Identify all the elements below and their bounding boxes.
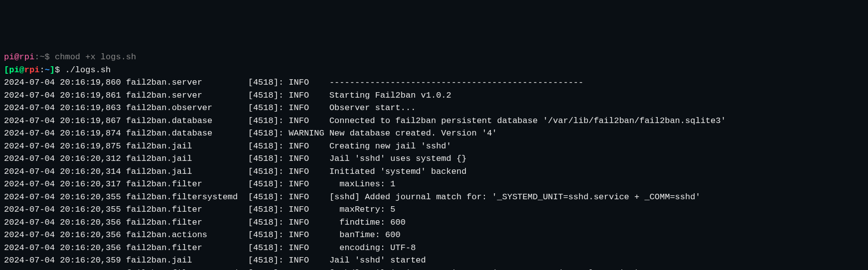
log-output-line: 2024-07-04 20:16:19,874 fail2ban.databas… — [4, 127, 864, 140]
log-output-line: 2024-07-04 20:16:19,863 fail2ban.observe… — [4, 102, 864, 115]
log-output-line: 2024-07-04 20:16:19,861 fail2ban.server … — [4, 89, 864, 102]
prompt-host: rpi — [24, 65, 40, 75]
log-output-line: 2024-07-04 20:16:20,355 fail2ban.filter … — [4, 203, 864, 216]
prompt-path: ~ — [45, 65, 50, 75]
bracket-open: [ — [4, 65, 9, 75]
log-output-line: 2024-07-04 20:16:19,875 fail2ban.jail [4… — [4, 140, 864, 153]
command-text: ./logs.sh — [65, 65, 111, 75]
prompt-at: @ — [19, 65, 24, 75]
log-output-line: 2024-07-04 20:16:20,359 fail2ban.jail [4… — [4, 254, 864, 267]
prompt-user: pi — [9, 65, 19, 75]
log-output-line: 2024-07-04 20:16:20,314 fail2ban.jail [4… — [4, 165, 864, 178]
log-output-line: 2024-07-04 20:16:20,355 fail2ban.filters… — [4, 191, 864, 204]
terminal[interactable]: pi@rpi:~$ chmod +x logs.sh[pi@rpi:~]$ ./… — [0, 51, 868, 270]
partial-previous-line: pi@rpi:~$ chmod +x logs.sh — [4, 51, 864, 64]
log-output-line: 2024-07-04 20:16:20,356 fail2ban.filter … — [4, 242, 864, 255]
log-output-line: 2024-07-04 20:16:20,312 fail2ban.jail [4… — [4, 152, 864, 165]
log-output-line: 2024-07-04 20:16:20,356 fail2ban.filter … — [4, 216, 864, 229]
log-output-line: 2024-07-04 20:16:19,867 fail2ban.databas… — [4, 115, 864, 128]
prompt-colon: : — [39, 65, 44, 75]
log-output-line: 2024-07-04 20:16:20,356 fail2ban.actions… — [4, 229, 864, 242]
bracket-close: ] — [50, 65, 55, 75]
prompt-dollar: $ — [55, 65, 60, 75]
prompt-line-1: [pi@rpi:~]$ ./logs.sh — [4, 64, 864, 77]
log-output-line: 2024-07-04 20:16:19,860 fail2ban.server … — [4, 76, 864, 89]
log-output-line: 2024-07-04 20:16:20,363 fail2ban.filters… — [4, 267, 864, 270]
log-output-line: 2024-07-04 20:16:20,317 fail2ban.filter … — [4, 178, 864, 191]
